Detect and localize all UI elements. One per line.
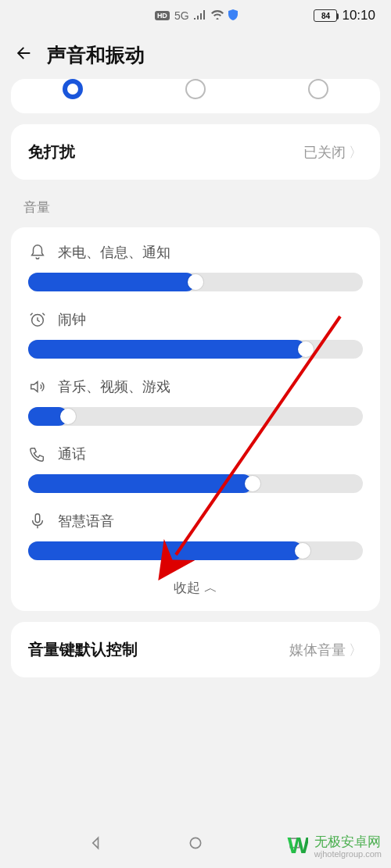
nav-back[interactable] — [88, 835, 104, 854]
chevron-right-icon: 〉 — [349, 641, 363, 659]
slider-ring-fill — [28, 273, 196, 291]
slider-ring-label: 来电、信息、通知 — [58, 243, 170, 262]
slider-media-label: 音乐、视频、游戏 — [58, 377, 170, 396]
slider-ring-track[interactable] — [28, 273, 363, 291]
watermark-url: wjhotelgroup.com — [314, 849, 382, 859]
slider-alarm-thumb[interactable] — [298, 341, 314, 357]
mode-radio-vibrate[interactable] — [185, 79, 206, 99]
chevron-up-icon: ︿ — [204, 580, 217, 595]
chevron-right-icon: 〉 — [349, 143, 363, 162]
slider-media-thumb[interactable] — [60, 409, 76, 424]
battery-icon: 84 — [314, 9, 337, 22]
slider-alarm-label: 闹钟 — [58, 310, 86, 329]
dnd-value: 已关闭 〉 — [303, 143, 363, 162]
slider-assistant-fill — [28, 541, 303, 560]
volkey-value: 媒体音量 〉 — [289, 641, 363, 659]
nav-home[interactable] — [188, 835, 203, 854]
svg-point-3 — [190, 838, 200, 848]
slider-ring: 来电、信息、通知 — [28, 232, 363, 299]
status-bar: HD 5G 84 10:10 — [0, 0, 391, 31]
mode-radio-ring[interactable] — [63, 79, 83, 99]
slider-assistant-thumb[interactable] — [295, 543, 310, 559]
watermark-name: 无极安卓网 — [314, 834, 381, 849]
signal-icon — [194, 9, 206, 22]
status-right: 84 10:10 — [314, 8, 375, 23]
speaker-icon — [28, 378, 47, 395]
clock: 10:10 — [342, 8, 375, 23]
watermark-logo: W — [287, 832, 307, 859]
mic-icon — [28, 513, 47, 530]
slider-assistant-label: 智慧语音 — [58, 512, 114, 530]
slider-media: 音乐、视频、游戏 — [28, 366, 363, 434]
section-volume-title: 音量 — [0, 191, 391, 227]
dnd-card[interactable]: 免打扰 已关闭 〉 — [11, 124, 380, 180]
shield-icon — [228, 9, 238, 23]
slider-call-label: 通话 — [58, 445, 86, 463]
sound-mode-card — [11, 79, 380, 113]
page-header: 声音和振动 — [0, 31, 391, 79]
page-title: 声音和振动 — [47, 42, 145, 68]
slider-alarm-track[interactable] — [28, 340, 363, 359]
slider-alarm: 闹钟 — [28, 299, 363, 366]
dnd-label: 免打扰 — [28, 141, 75, 163]
hd-badge: HD — [155, 11, 170, 20]
slider-assistant-track[interactable] — [28, 541, 363, 560]
slider-call-thumb[interactable] — [245, 476, 260, 491]
slider-alarm-fill — [28, 340, 306, 359]
watermark: W 无极安卓网 wjhotelgroup.com — [287, 832, 382, 859]
slider-call-fill — [28, 474, 253, 493]
status-left: HD 5G — [78, 9, 314, 23]
slider-assistant: 智慧语音 — [28, 501, 363, 568]
slider-call-track[interactable] — [28, 474, 363, 493]
volkey-card[interactable]: 音量键默认控制 媒体音量 〉 — [11, 622, 380, 677]
mode-radio-silent[interactable] — [308, 79, 328, 99]
alarm-icon — [28, 311, 47, 328]
network-indicator: 5G — [174, 9, 189, 22]
slider-ring-thumb[interactable] — [188, 274, 203, 290]
collapse-toggle[interactable]: 收起 ︿ — [11, 568, 380, 611]
volume-card: 来电、信息、通知 闹钟 — [11, 227, 380, 611]
svg-rect-1 — [35, 514, 40, 523]
slider-media-track[interactable] — [28, 407, 363, 426]
bell-icon — [28, 244, 47, 261]
phone-icon — [28, 445, 47, 463]
slider-call: 通话 — [28, 434, 363, 501]
back-button[interactable] — [16, 43, 33, 67]
volkey-label: 音量键默认控制 — [28, 639, 138, 660]
wifi-icon — [211, 9, 224, 22]
